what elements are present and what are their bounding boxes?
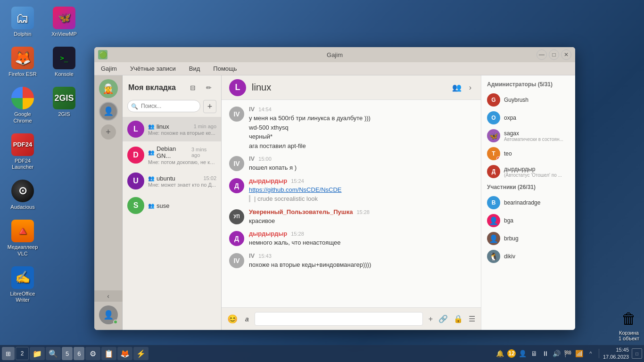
audacious-icon: ⊙ [11,180,34,202]
more-options-button[interactable]: ☰ [467,313,477,325]
user-status-avatar[interactable]: 👤 [99,305,118,324]
trash-icon-desktop[interactable]: 🗑 Корзина1 объект [618,307,640,341]
desktop-icon-dolphin[interactable]: 🗂 Dolphin [4,4,41,40]
konsole-label: Konsole [55,71,74,77]
menu-view[interactable]: Вид [186,63,203,74]
msg-time-6: 15:43 [258,253,272,259]
taskbar-settings-button[interactable]: ⚙ [85,347,100,360]
chrome-label: Google Chrome [6,111,40,123]
desktop-icon-libreoffice[interactable]: ✍ LibreOffice Writer [4,263,41,306]
gajim-window: 🟢 Gajim — □ ✕ Gajim Учётные записи Вид П… [94,47,575,330]
encryption-button[interactable]: 🔒 [452,313,465,325]
tray-media-icon[interactable]: ⏸ [541,349,550,358]
msg-avatar-d-2: Д [229,231,244,246]
tray-volume-icon[interactable]: 🔊 [553,349,561,358]
pdf-icon: PDF24 [11,133,34,156]
desktop-icon-chrome[interactable]: Google Chrome [4,84,41,126]
member-dikiv[interactable]: 🐧 dikiv [485,248,571,265]
collapse-sidebar-button[interactable]: ‹ [94,290,123,302]
link-button[interactable]: 🔗 [437,313,450,325]
minimize-button[interactable]: — [537,49,547,60]
member-dyr[interactable]: Д дырдырдыр (Автостатус 'Отошел' по ... [485,163,571,180]
desktop-icon-2gis[interactable]: 2GIS 2GIS [45,84,83,120]
member-oxpa[interactable]: O oxpa [485,109,571,126]
tray-keyboard-icon[interactable]: 🏁 [564,349,572,358]
account-avatar-green[interactable]: 🧝 [99,79,118,98]
tray-expand-icon[interactable]: ^ [586,349,595,358]
tray-display-icon[interactable]: 🖥 [530,349,538,358]
taskbar-ws5[interactable]: 5 [62,347,73,360]
desktop-icon-konsole[interactable]: >_ Konsole [45,44,83,80]
member-info-guybrush: Guybrush [504,97,570,103]
search-bar: 🔍 + [123,98,221,117]
taskbar-ws6[interactable]: 6 [74,347,84,360]
chat-name-ubuntu: 👥 ubuntu [148,175,175,182]
chat-details-button[interactable]: › [467,81,473,94]
contacts-sidebar: 🧝 👤 + ‹ 👤 [94,75,123,330]
member-sagax[interactable]: 🦋 sagax Автоматически в состоян... [485,127,571,144]
chat-item-suse[interactable]: S 👥 suse [123,193,221,218]
menu-help[interactable]: Помощь [210,63,239,74]
chat-item-ubuntu[interactable]: U 👥 ubuntu 15:02 Мне: может знает кто по… [123,169,221,193]
message-group-6: IV IV 15:43 похоже на вторые кеды+виндов… [229,252,473,270]
msg-text-5: немного жаль, что ненастоящее [249,238,473,247]
menu-accounts[interactable]: Учётные записи [127,63,179,74]
search-input[interactable] [127,100,200,112]
msg-header-2: IV 15:00 [249,155,473,162]
menu-gajim[interactable]: Gajim [98,63,120,74]
desktop-icon-xnview[interactable]: 🦋 XnViewMP [45,4,83,40]
member-name-brbug: brbug [504,235,570,242]
message-input-field[interactable] [255,312,423,326]
edit-button[interactable]: ✏ [202,81,215,94]
member-bga[interactable]: 👤 bga [485,212,571,229]
close-button[interactable]: ✕ [561,49,571,60]
maximize-button[interactable]: □ [549,49,559,60]
tray-user-icon[interactable]: 👤 [519,349,527,358]
emoji-button[interactable]: 😊 [225,312,239,326]
taskbar-clock[interactable]: 15:45 17.06.2023 [603,346,629,361]
member-bearinadradge[interactable]: B bearinadradge [485,194,571,211]
search-input-wrapper: 🔍 [127,100,200,113]
desktop-icon-firefox[interactable]: 🦊 Firefox ESR [4,44,41,80]
msg-avatar-up: УП [229,209,244,224]
members-list-button[interactable]: 👥 [450,81,463,94]
tray-notifications-icon[interactable]: 🔔 [496,349,504,358]
group-icon-suse: 👥 [148,203,155,209]
taskbar-clipboard-button[interactable]: 📋 [101,347,116,360]
add-chat-button[interactable]: + [203,100,216,113]
desktop-icon-audacious[interactable]: ⊙ Audacious [4,177,41,213]
chat-header-name: linux [252,82,445,93]
taskbar-desktop-2[interactable]: 2 [16,347,29,360]
pdf-label: PDF24 Launcher [6,158,40,170]
chat-item-linux[interactable]: L 👥 linux 1 min ago Мне: похоже на вторы… [123,117,221,141]
member-teo[interactable]: T teo [485,145,571,162]
dolphin-label: Dolphin [14,31,31,37]
taskbar-gajim-taskbar[interactable]: ⚡ [133,347,149,360]
tray-screen-icon[interactable]: □ [632,348,642,359]
tray-updates-icon[interactable]: 12 [507,349,516,358]
chat-avatar-linux: L [127,121,144,138]
msg-link-nscde[interactable]: https://github.com/NsCDE/NsCDE [249,186,342,193]
chat-item-info-suse: 👥 suse [148,202,216,209]
msg-avatar-iv-1: IV [229,107,244,122]
formatting-button[interactable]: a [243,313,251,325]
tray-network-icon[interactable]: 📶 [575,349,584,358]
member-brbug[interactable]: 👤 brbug [485,230,571,247]
members-panel: Администраторы (5/31) G Guybrush O oxpa … [481,75,575,330]
desktop-icon-pdf[interactable]: PDF24 PDF24 Launcher [4,131,41,173]
taskbar-search-button[interactable]: 🔍 [46,347,61,360]
taskbar-firefox-taskbar[interactable]: 🦊 [117,347,132,360]
msg-time-5: 15:28 [291,231,304,237]
desktop-icon-vlc[interactable]: 🔺 Медиаплеер VLC [4,217,41,259]
taskbar-start-button[interactable]: ⊞ [2,347,15,360]
chat-item-debian[interactable]: D 👥 Debian GN... 3 mins ago Мне: потом д… [123,141,221,169]
add-account-button[interactable]: + [101,124,116,140]
attach-button[interactable]: + [427,313,435,325]
member-guybrush[interactable]: G Guybrush [485,91,571,108]
account-avatar-photo[interactable]: 👤 [99,102,118,121]
filter-button[interactable]: ⊟ [186,81,199,94]
window-controls: — □ ✕ [537,49,571,60]
taskbar-files-button[interactable]: 📁 [30,347,45,360]
member-info-dikiv: dikiv [504,253,570,260]
msg-text-1: у меня на 500гб три линукса в дуалбуте )… [249,114,473,150]
